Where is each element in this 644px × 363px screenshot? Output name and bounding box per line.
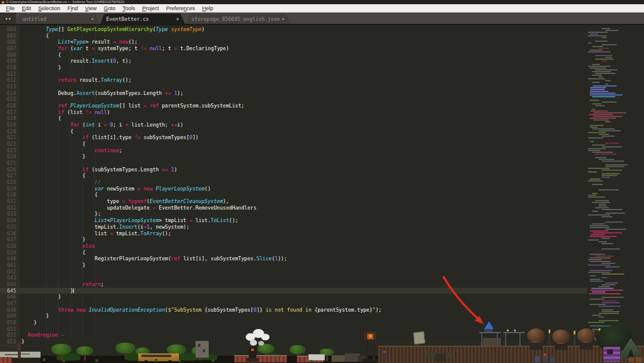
code-line-641[interactable]: 641 } — [0, 262, 587, 269]
code-line-615[interactable]: 615 — [0, 96, 587, 103]
minimap-bar — [605, 164, 628, 165]
code-line-606[interactable]: 606 List<Type> result = new(); — [0, 39, 587, 45]
code-line-625[interactable]: 625 — [0, 160, 587, 167]
code-line-647[interactable]: 647 — [0, 300, 587, 307]
code-line-630[interactable]: 630 { — [0, 192, 587, 198]
minimap-bar — [605, 166, 624, 167]
code-line-640[interactable]: 640 RegisterPlayerLoopSystem(ref list[i]… — [0, 256, 587, 262]
line-number: 607 — [0, 45, 20, 52]
line-number: 645 — [0, 288, 20, 294]
line-content: return; — [20, 281, 104, 288]
minimap-bar — [593, 119, 609, 121]
code-line-618[interactable]: 618 { — [0, 115, 587, 122]
minimap-bar — [599, 204, 606, 205]
code-line-608[interactable]: 608 { — [0, 52, 587, 59]
code-line-611[interactable]: 611 — [0, 71, 587, 78]
code-lines[interactable]: 604 Type[] GetPlayerLoopSystemHierarchy(… — [0, 26, 587, 345]
menu-item-goto[interactable]: Goto — [100, 5, 119, 11]
minimap-bar — [592, 288, 614, 289]
line-content: continue; — [20, 147, 122, 154]
minimap[interactable] — [587, 26, 627, 343]
code-line-651[interactable]: 651 — [0, 326, 587, 333]
minimap-bar — [602, 28, 610, 29]
minimap-bar — [593, 112, 626, 113]
tab-untitled[interactable]: untitled — [16, 14, 100, 24]
code-line-613[interactable]: 613 — [0, 84, 587, 90]
tab-scroll-right-icon[interactable]: ▶ — [9, 16, 11, 20]
code-line-607[interactable]: 607 for (var t = systemType; t != null; … — [0, 45, 587, 52]
code-line-623[interactable]: 623 continue; — [0, 147, 587, 154]
minimap-bar — [590, 33, 597, 35]
code-line-648[interactable]: 648 throw new InvalidOperationException(… — [0, 307, 587, 313]
code-line-638[interactable]: 638 else — [0, 243, 587, 250]
minimap-bar — [593, 116, 623, 117]
code-line-634[interactable]: 634 List<PlayerLoopSystem> tmpList = lis… — [0, 217, 587, 224]
code-line-633[interactable]: 633 }; — [0, 211, 587, 217]
code-line-650[interactable]: 650 } — [0, 319, 587, 326]
minimap-bar — [599, 313, 619, 314]
tab-scroll-arrows[interactable]: ◀ ▶ — [0, 13, 16, 24]
line-content: // — [20, 179, 101, 186]
tab-eventbetter-cs[interactable]: EventBetter.cs — [100, 14, 185, 24]
minimap-bar — [588, 259, 602, 260]
line-content: } — [20, 262, 85, 269]
line-content — [20, 71, 21, 78]
code-line-619[interactable]: 619 for (int i = 0; i < list.Length; ++i… — [0, 122, 587, 128]
line-number: 632 — [0, 205, 20, 211]
code-line-617[interactable]: 617 if (list != null) — [0, 109, 587, 116]
minimap-bar — [590, 254, 605, 255]
minimap-bar — [590, 279, 600, 280]
code-line-642[interactable]: 642 — [0, 269, 587, 275]
code-line-635[interactable]: 635 tmpList.Insert(i+1, newSystem); — [0, 224, 587, 230]
code-line-626[interactable]: 626 if (subSystemTypes.Length == 1) — [0, 167, 587, 173]
code-line-646[interactable]: 646 } — [0, 294, 587, 300]
menu-item-project[interactable]: Project — [139, 5, 163, 11]
menu-item-find[interactable]: Find — [64, 5, 82, 11]
menu-item-edit[interactable]: Edit — [18, 5, 35, 11]
minimap-bar — [590, 125, 603, 126]
code-line-621[interactable]: 621 if (list[i].type != subSystemTypes[0… — [0, 134, 587, 141]
editor-pane[interactable]: 604 Type[] GetPlayerLoopSystemHierarchy(… — [0, 25, 644, 363]
minimap-row — [587, 340, 627, 342]
code-line-639[interactable]: 639 { — [0, 250, 587, 256]
code-line-653[interactable]: 653} — [0, 339, 587, 345]
code-line-645[interactable]: 645 } — [0, 288, 587, 294]
code-line-627[interactable]: 627 { — [0, 173, 587, 179]
code-line-610[interactable]: 610 } — [0, 64, 587, 71]
code-line-649[interactable]: 649 } — [0, 313, 587, 319]
code-line-632[interactable]: 632 updateDelegate = EventBetter.RemoveU… — [0, 205, 587, 211]
code-line-644[interactable]: 644 return; — [0, 281, 587, 288]
line-number: 646 — [0, 294, 20, 300]
menu-item-help[interactable]: Help — [199, 5, 217, 11]
code-line-612[interactable]: 612 return result.ToArray(); — [0, 77, 587, 84]
code-line-605[interactable]: 605 { — [0, 33, 587, 39]
line-number: 606 — [0, 39, 20, 45]
code-line-614[interactable]: 614 Debug.Assert(subSystemTypes.Length >… — [0, 90, 587, 97]
code-line-624[interactable]: 624 } — [0, 153, 587, 160]
minimap-bar — [599, 241, 607, 242]
code-line-609[interactable]: 609 result.Insert(0, t); — [0, 58, 587, 64]
code-line-636[interactable]: 636 list = tmpList.ToArray(); — [0, 230, 587, 237]
code-line-652[interactable]: 652 #endregion – — [0, 332, 587, 339]
tab-storepage-856695-english-json[interactable]: storepage_856695_english.json — [185, 14, 290, 24]
minimap-bar — [592, 109, 595, 110]
code-line-637[interactable]: 637 } — [0, 236, 587, 243]
code-line-629[interactable]: 629 var newSystem = new PlayerLoopSystem… — [0, 186, 587, 192]
code-line-622[interactable]: 622 { — [0, 141, 587, 147]
code-line-643[interactable]: 643 — [0, 275, 587, 281]
menu-item-file[interactable]: File — [2, 5, 18, 11]
minimap-bar — [602, 44, 616, 45]
line-content: return result.ToArray(); — [20, 77, 131, 84]
tab-scroll-left-icon[interactable]: ◀ — [5, 16, 7, 20]
code-line-631[interactable]: 631 type = typeof(EventBetterCleanupSyst… — [0, 198, 587, 205]
menu-item-preferences[interactable]: Preferences — [163, 5, 199, 11]
code-line-628[interactable]: 628 // — [0, 179, 587, 186]
menu-item-tools[interactable]: Tools — [119, 5, 139, 11]
menu-item-view[interactable]: View — [82, 5, 100, 11]
minimap-bar — [588, 214, 610, 216]
menu-item-selection[interactable]: Selection — [35, 5, 64, 11]
code-line-604[interactable]: 604 Type[] GetPlayerLoopSystemHierarchy(… — [0, 26, 587, 33]
minimap-bar — [602, 216, 612, 217]
code-line-620[interactable]: 620 { — [0, 128, 587, 135]
code-line-616[interactable]: 616 ref PlayerLoopSystem[] list = ref pa… — [0, 103, 587, 109]
